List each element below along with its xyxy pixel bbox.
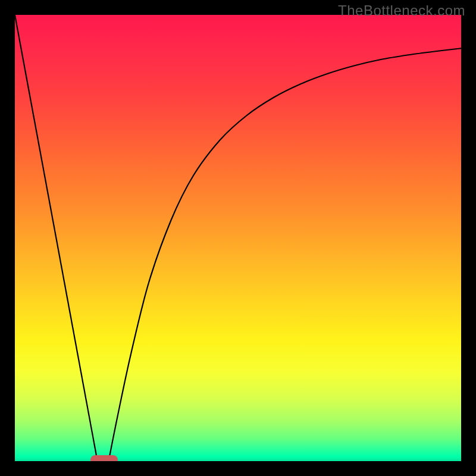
plot-area xyxy=(15,15,461,461)
right-curve-path xyxy=(109,48,462,461)
curves-svg xyxy=(15,15,461,461)
chart-frame: TheBottleneck.com xyxy=(0,0,476,476)
left-line-path xyxy=(15,15,98,461)
minimum-marker xyxy=(90,455,118,461)
watermark-text: TheBottleneck.com xyxy=(338,2,465,19)
